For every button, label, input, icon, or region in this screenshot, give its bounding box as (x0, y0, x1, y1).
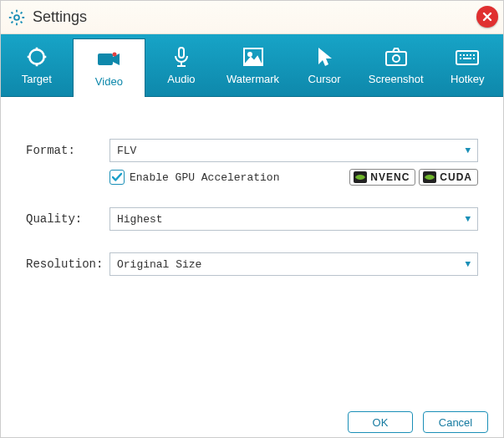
audio-icon (169, 46, 194, 68)
gear-icon (8, 8, 26, 27)
gpu-badges: NVENC CUDA (349, 169, 478, 186)
window-title: Settings (33, 8, 87, 26)
format-value: FLV (117, 145, 136, 157)
cursor-icon (312, 46, 337, 68)
quality-value: Highest (117, 213, 163, 226)
tab-hotkey[interactable]: Hotkey (431, 34, 503, 96)
svg-point-6 (248, 53, 252, 56)
tab-audio[interactable]: Audio (145, 34, 217, 96)
watermark-icon (241, 46, 266, 68)
gpu-checkbox[interactable] (109, 170, 125, 185)
ok-label: OK (373, 416, 389, 429)
tab-screenshot[interactable]: Screenshot (360, 34, 432, 96)
tab-watermark[interactable]: Watermark (217, 34, 289, 96)
svg-point-1 (29, 49, 43, 64)
svg-point-3 (113, 53, 117, 57)
tab-label: Cursor (308, 73, 341, 85)
nvenc-badge: NVENC (349, 169, 415, 186)
resolution-row: Resolution: Original Size ▼ (26, 252, 478, 276)
chevron-down-icon: ▼ (465, 145, 471, 155)
screenshot-icon (384, 46, 409, 68)
gpu-row: Enable GPU Acceleration NVENC CUDA (109, 169, 478, 186)
svg-rect-2 (98, 53, 113, 65)
cuda-text: CUDA (440, 171, 472, 183)
resolution-value: Original Size (117, 258, 201, 271)
tab-target[interactable]: Target (1, 34, 73, 96)
quality-label: Quality: (26, 212, 109, 226)
svg-rect-7 (386, 52, 406, 65)
nvidia-eye-icon (354, 171, 367, 183)
svg-point-0 (14, 15, 19, 20)
chevron-down-icon: ▼ (465, 214, 471, 224)
nvidia-eye-icon (423, 171, 436, 183)
nvenc-text: NVENC (370, 171, 410, 183)
tab-label: Watermark (227, 73, 279, 85)
target-icon (24, 46, 49, 68)
tab-label: Screenshot (369, 73, 424, 85)
titlebar: Settings (1, 1, 503, 34)
settings-panel: Format: FLV ▼ Enable GPU Acceleration NV… (1, 97, 503, 405)
svg-point-8 (393, 55, 400, 62)
resolution-select[interactable]: Original Size ▼ (109, 252, 478, 276)
format-select[interactable]: FLV ▼ (109, 139, 478, 162)
tab-bar: Target Video Audio Watermark Cursor Scre… (1, 34, 503, 97)
close-button[interactable] (476, 6, 498, 28)
gpu-checkbox-label: Enable GPU Acceleration (130, 171, 279, 184)
tab-label: Audio (167, 73, 195, 85)
footer: OK Cancel (1, 405, 503, 438)
video-icon (96, 48, 121, 70)
hotkey-icon (455, 46, 480, 68)
tab-label: Hotkey (451, 73, 484, 85)
tab-video[interactable]: Video (73, 38, 146, 97)
quality-row: Quality: Highest ▼ (26, 207, 478, 231)
tab-cursor[interactable]: Cursor (288, 34, 360, 96)
svg-rect-4 (179, 48, 184, 58)
tab-label: Video (95, 75, 123, 88)
quality-select[interactable]: Highest ▼ (109, 207, 478, 231)
resolution-label: Resolution: (26, 257, 109, 271)
cuda-badge: CUDA (419, 169, 478, 186)
cancel-button[interactable]: Cancel (423, 411, 488, 433)
format-label: Format: (26, 144, 109, 157)
chevron-down-icon: ▼ (465, 259, 471, 269)
format-row: Format: FLV ▼ (26, 139, 478, 162)
tab-label: Target (22, 73, 52, 85)
ok-button[interactable]: OK (348, 411, 413, 433)
cancel-label: Cancel (439, 416, 472, 429)
